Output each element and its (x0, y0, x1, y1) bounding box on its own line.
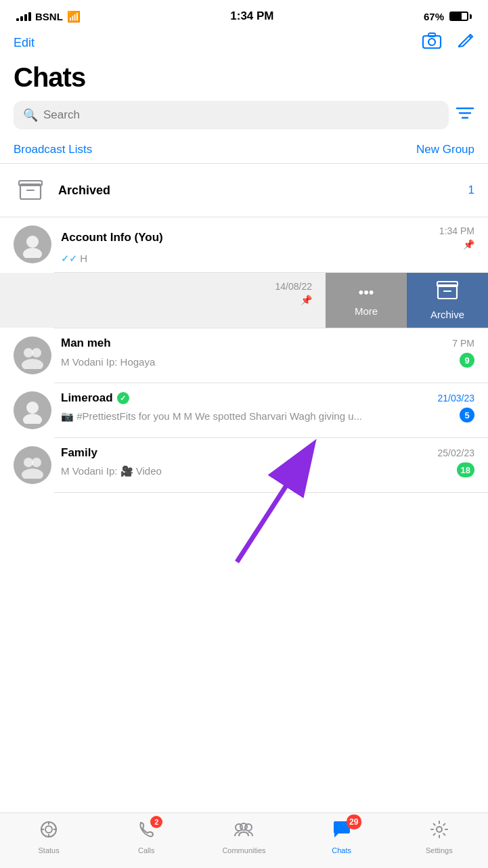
svg-point-28 (45, 826, 52, 833)
chat-time: 14/08/22 (275, 281, 313, 292)
tab-item-calls[interactable]: 2 Calls (119, 820, 173, 854)
settings-tab-label: Settings (426, 846, 453, 854)
filter-icon[interactable] (456, 106, 474, 125)
wifi-icon: 📶 (67, 10, 81, 23)
swiped-chat-item[interactable]: Swiped Contact 14/08/22 📌 u: Gh (0, 273, 326, 328)
chat-content: Family 25/02/23 M Vodani Ip: 🎥 Video 18 (61, 446, 474, 477)
more-label: More (355, 305, 378, 317)
communities-tab-label: Communities (222, 846, 265, 854)
more-dots-icon: ••• (358, 284, 374, 301)
battery-icon (449, 12, 472, 21)
avatar (14, 337, 51, 374)
settings-tab-icon (430, 820, 449, 844)
svg-point-11 (23, 248, 42, 258)
svg-point-17 (24, 348, 33, 357)
chat-item[interactable]: Limeroad ✓ 21/03/23 📷 #PrettiestFits for… (0, 383, 488, 437)
chats-tab-icon: 29 (332, 820, 352, 844)
search-bar[interactable]: 🔍 (14, 101, 449, 129)
chat-preview: ✓✓ H (61, 253, 386, 264)
svg-rect-2 (428, 33, 435, 37)
chat-content: Limeroad ✓ 21/03/23 📷 #PrettiestFits for… (61, 391, 474, 422)
tab-item-communities[interactable]: Communities (217, 820, 271, 854)
chat-name: Man meh (61, 337, 111, 350)
status-tab-label: Status (39, 846, 60, 854)
compose-button[interactable] (456, 31, 474, 54)
chat-item[interactable]: Man meh 7 PM M Vodani Ip: Hogaya 9 (0, 328, 488, 383)
swipe-actions: ••• More Archive (326, 273, 488, 328)
tab-item-settings[interactable]: Settings (412, 820, 466, 854)
status-left: BSNL 📶 (16, 10, 81, 23)
archive-label: Archive (430, 309, 464, 320)
tab-item-status[interactable]: Status (22, 820, 76, 854)
svg-rect-13 (437, 282, 458, 286)
chat-name: Account Info (You) (61, 231, 163, 244)
new-group-button[interactable]: New Group (416, 143, 474, 156)
archived-row[interactable]: Archived 1 (0, 164, 488, 217)
double-tick-icon: ✓✓ (61, 253, 77, 264)
chat-preview: M Vodani Ip: 🎥 Video (61, 465, 386, 477)
chat-time: 1:34 PM (439, 225, 474, 236)
chat-name: Limeroad ✓ (61, 391, 129, 405)
svg-point-1 (428, 39, 435, 45)
archived-count: 1 (468, 183, 474, 197)
chat-item[interactable]: Family 25/02/23 M Vodani Ip: 🎥 Video 18 (0, 438, 488, 492)
more-button[interactable]: ••• More (326, 273, 407, 328)
camera-button[interactable] (422, 32, 442, 53)
search-input[interactable] (43, 108, 439, 122)
calls-tab-icon: 2 (137, 820, 156, 844)
broadcast-lists-button[interactable]: Broadcast Lists (14, 143, 92, 156)
avatar (14, 391, 51, 429)
tab-item-chats[interactable]: 29 Chats (315, 820, 369, 854)
chat-name: Family (61, 446, 97, 460)
archive-box-icon (437, 280, 458, 305)
svg-rect-8 (19, 181, 42, 186)
svg-point-23 (32, 458, 41, 467)
battery-percent: 67% (424, 11, 444, 22)
svg-point-10 (26, 236, 39, 248)
avatar (14, 225, 51, 263)
calls-tab-label: Calls (138, 846, 154, 854)
svg-point-36 (437, 827, 442, 832)
chat-item[interactable]: Account Info (You) 1:34 PM 📌 ✓✓ H (0, 217, 488, 272)
chat-time: 21/03/23 (438, 393, 475, 404)
svg-rect-0 (423, 36, 441, 48)
chat-time: 25/02/23 (438, 448, 475, 458)
header-icons (422, 31, 474, 54)
status-tab-icon (39, 820, 58, 844)
archive-button[interactable]: Archive (407, 273, 488, 328)
svg-point-35 (240, 823, 247, 830)
svg-point-20 (26, 402, 39, 414)
signal-bars (16, 12, 31, 21)
chat-time: 7 PM (452, 338, 474, 349)
chat-content: Man meh 7 PM M Vodani Ip: Hogaya 9 (61, 337, 474, 368)
chat-content: Account Info (You) 1:34 PM 📌 ✓✓ H (61, 225, 474, 264)
svg-rect-7 (20, 184, 41, 199)
chat-preview: M Vodani Ip: Hogaya (61, 356, 386, 368)
svg-point-24 (22, 469, 43, 479)
chat-preview: 📷 #PrettiestFits for you M M We spotted … (61, 410, 386, 422)
pin-icon: 📌 (463, 239, 474, 250)
calls-badge: 2 (150, 816, 162, 828)
status-right: 67% (424, 11, 472, 22)
search-section: 🔍 (0, 101, 488, 139)
svg-point-22 (24, 458, 33, 467)
edit-button[interactable]: Edit (14, 36, 35, 50)
page-title: Chats (0, 60, 488, 101)
chat-divider (54, 492, 488, 493)
pin-icon: 📌 (301, 295, 312, 305)
chats-tab-label: Chats (332, 846, 351, 854)
archived-label: Archived (58, 183, 458, 198)
svg-point-19 (22, 359, 43, 369)
chat-list: Archived 1 Account Info (You) 1:34 PM 📌 … (0, 164, 488, 493)
carrier-name: BSNL (35, 11, 63, 22)
svg-point-21 (23, 414, 42, 424)
search-icon: 🔍 (23, 108, 38, 123)
tab-bar: Status 2 Calls Communities (0, 812, 488, 868)
chat-preview: u: Gh (0, 308, 223, 320)
unread-badge: 9 (460, 353, 474, 368)
action-row: Broadcast Lists New Group (0, 139, 488, 163)
archive-icon-box (14, 173, 47, 207)
verified-icon: ✓ (117, 392, 129, 404)
avatar (14, 446, 51, 484)
chat-content: Swiped Contact 14/08/22 📌 u: Gh (0, 281, 312, 320)
